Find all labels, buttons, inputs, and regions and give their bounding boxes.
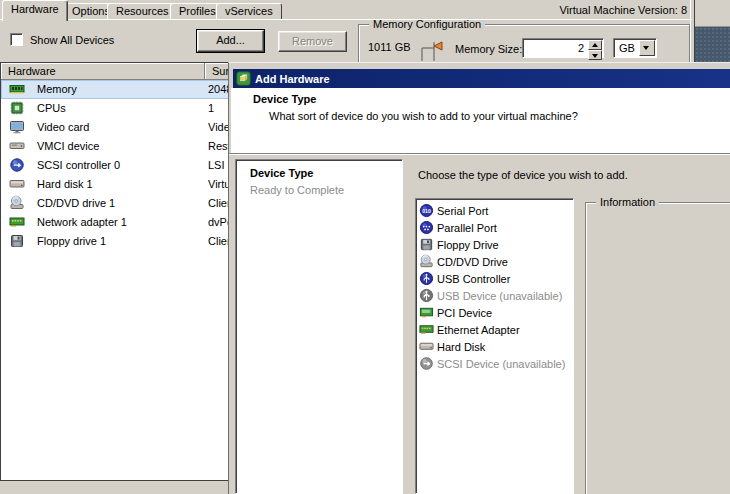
device-option-label: Ethernet Adapter: [437, 324, 520, 336]
orange-flag-icon: [419, 40, 443, 62]
hardware-table-header: Hardware Summary: [1, 63, 229, 80]
tab-resources[interactable]: Resources: [107, 3, 178, 19]
remove-button[interactable]: Remove: [278, 31, 347, 52]
device-option-label: Floppy Drive: [437, 239, 499, 251]
device-type-list: Serial Port Parallel Port Floppy Drive C…: [415, 198, 574, 494]
cpu-icon: [9, 100, 25, 116]
row-summary: dvPort: [208, 216, 229, 228]
vmci-device-icon: [9, 138, 25, 154]
add-hardware-icon: [236, 71, 251, 86]
usb-controller-icon: [419, 271, 434, 286]
floppy-icon: [9, 233, 25, 249]
device-option-label: SCSI Device (unavailable): [437, 358, 565, 370]
scsi-device-icon: [419, 356, 434, 371]
cd-dvd-icon: [9, 195, 25, 211]
memory-size-input[interactable]: 2: [524, 40, 587, 56]
table-row-cd-dvd-drive[interactable]: CD/DVD drive 1 Client Device: [1, 194, 229, 213]
device-type-prompt: Choose the type of device you wish to ad…: [418, 169, 628, 181]
video-card-icon: [9, 119, 25, 135]
vm-version-label: Virtual Machine Version: 8: [559, 4, 687, 16]
device-option-label: USB Device (unavailable): [437, 290, 562, 302]
row-label: Hard disk 1: [37, 178, 93, 190]
tab-strip-baseline: [0, 19, 692, 20]
memory-unit-select[interactable]: GB: [613, 38, 657, 58]
column-header-hardware[interactable]: Hardware: [1, 63, 205, 80]
information-group: Information: [585, 202, 730, 494]
information-group-title: Information: [596, 196, 659, 208]
wizard-steps-panel: Device Type Ready to Complete: [235, 159, 403, 494]
device-option-label: Parallel Port: [437, 222, 497, 234]
add-button[interactable]: Add...: [197, 30, 264, 52]
table-row-vmci-device[interactable]: VMCI device Restricted: [1, 137, 229, 156]
dialog-titlebar: Add Hardware: [233, 69, 730, 88]
header-separator-highlight: [229, 154, 730, 155]
device-option-floppy-drive[interactable]: Floppy Drive: [416, 236, 573, 253]
device-option-pci-device[interactable]: PCI Device: [416, 304, 573, 321]
row-summary: Client Device: [208, 197, 229, 209]
device-option-hard-disk[interactable]: Hard Disk: [416, 338, 573, 355]
hard-disk-icon: [419, 339, 434, 354]
row-summary: LSI Logic: [208, 159, 229, 171]
row-summary: 2048 MB: [208, 83, 229, 95]
pci-device-icon: [419, 305, 434, 320]
wizard-step-ready-to-complete: Ready to Complete: [250, 184, 344, 196]
wizard-step-device-type: Device Type: [250, 167, 313, 179]
background-panel: [695, 27, 730, 66]
row-label: Network adapter 1: [37, 216, 127, 228]
device-option-label: PCI Device: [437, 307, 492, 319]
device-option-ethernet-adapter[interactable]: Ethernet Adapter: [416, 321, 573, 338]
network-adapter-icon: [9, 214, 25, 230]
table-row-video-card[interactable]: Video card Video card: [1, 118, 229, 137]
row-summary: Virtual Disk: [208, 178, 229, 190]
tab-vservices[interactable]: vServices: [216, 3, 282, 19]
spin-down-button[interactable]: [588, 50, 602, 60]
table-row-cpus[interactable]: CPUs 1: [1, 99, 229, 118]
dialog-subheading: What sort of device do you wish to add t…: [269, 110, 578, 122]
device-option-usb-device: USB Device (unavailable): [416, 287, 573, 304]
column-header-summary[interactable]: Summary: [205, 63, 229, 80]
table-row-memory[interactable]: Memory 2048 MB: [1, 80, 229, 99]
row-label: CD/DVD drive 1: [37, 197, 115, 209]
table-row-scsi-controller[interactable]: SCSI controller 0 LSI Logic: [1, 156, 229, 175]
row-label: SCSI controller 0: [37, 159, 120, 171]
device-option-label: Serial Port: [437, 205, 488, 217]
hard-disk-icon: [9, 176, 25, 192]
memory-size-label: Memory Size:: [455, 43, 522, 55]
show-all-devices-checkbox[interactable]: [10, 33, 23, 46]
table-row-hard-disk[interactable]: Hard disk 1 Virtual Disk: [1, 175, 229, 194]
row-label: CPUs: [37, 102, 66, 114]
row-label: Memory: [37, 83, 77, 95]
memory-icon: [9, 81, 25, 97]
show-all-devices-label: Show All Devices: [30, 34, 114, 46]
hardware-device-table: Hardware Summary Memory 2048 MB CPUs 1 V…: [0, 62, 230, 481]
table-row-network-adapter[interactable]: Network adapter 1 dvPort: [1, 213, 229, 232]
cd-dvd-icon: [419, 254, 434, 269]
combo-arrow-button[interactable]: [639, 40, 655, 56]
device-option-usb-controller[interactable]: USB Controller: [416, 270, 573, 287]
device-option-parallel-port[interactable]: Parallel Port: [416, 219, 573, 236]
arrow-up-icon: [592, 43, 598, 47]
ethernet-icon: [419, 322, 434, 337]
row-summary: Client Device: [208, 235, 229, 247]
window-edge-highlight: [690, 0, 691, 66]
background-toolbar-strip: [695, 0, 730, 27]
dialog-title: Add Hardware: [255, 73, 330, 85]
row-summary: 1: [208, 102, 214, 114]
arrow-down-icon: [592, 54, 598, 58]
device-option-label: CD/DVD Drive: [437, 256, 508, 268]
parallel-port-icon: [419, 220, 434, 235]
tab-hardware[interactable]: Hardware: [2, 0, 68, 21]
device-option-serial-port[interactable]: Serial Port: [416, 202, 573, 219]
floppy-icon: [419, 237, 434, 252]
device-option-cd-dvd-drive[interactable]: CD/DVD Drive: [416, 253, 573, 270]
memory-max-label: 1011 GB: [368, 41, 411, 53]
screenshot-root: Hardware Options Resources Profiles vSer…: [0, 0, 730, 494]
device-option-label: USB Controller: [437, 273, 510, 285]
serial-port-icon: [419, 203, 434, 218]
dialog-heading: Device Type: [253, 93, 316, 105]
spin-up-button[interactable]: [588, 40, 602, 50]
memory-unit-value: GB: [615, 40, 640, 56]
memory-size-spinner[interactable]: 2: [522, 38, 604, 58]
table-row-floppy-drive[interactable]: Floppy drive 1 Client Device: [1, 232, 229, 251]
device-option-label: Hard Disk: [437, 341, 485, 353]
